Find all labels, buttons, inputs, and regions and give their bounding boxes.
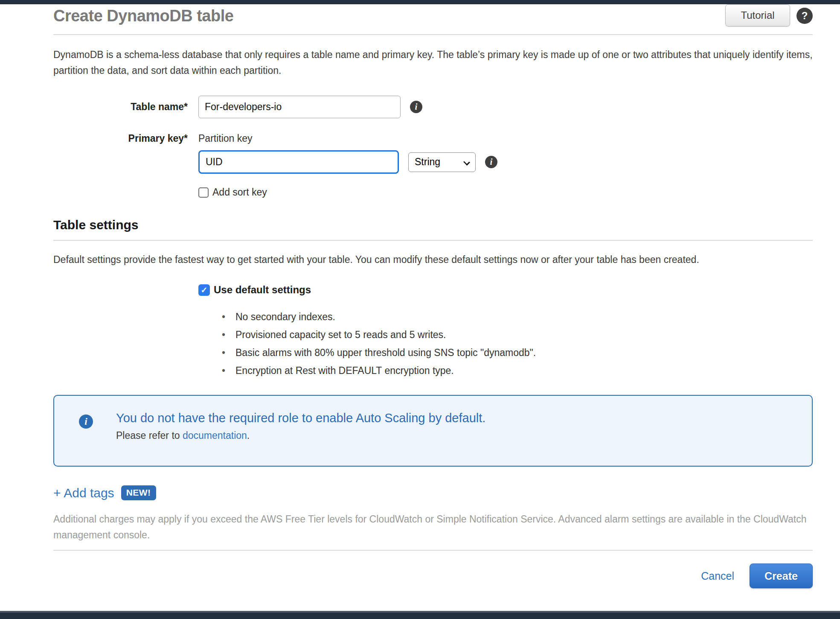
bottom-status-bar xyxy=(0,611,840,619)
create-table-form: Table name* i Primary key* Partition key… xyxy=(53,96,813,198)
section-divider xyxy=(53,240,813,241)
intro-description: DynamoDB is a schema-less database that … xyxy=(53,47,813,79)
bullet-item: Encryption at Rest with DEFAULT encrypti… xyxy=(222,362,813,380)
use-default-settings-checkbox[interactable]: ✓ xyxy=(198,284,210,296)
table-name-input[interactable] xyxy=(198,96,401,118)
add-sort-key-label: Add sort key xyxy=(212,187,267,198)
default-settings-bullet-list: No secondary indexes. Provisioned capaci… xyxy=(222,308,813,380)
primary-key-row: Primary key* Partition key xyxy=(53,133,813,144)
bullet-item: Provisioned capacity set to 5 reads and … xyxy=(222,326,813,344)
help-icon[interactable]: ? xyxy=(796,8,813,24)
bullet-item: No secondary indexes. xyxy=(222,308,813,326)
add-sort-key-row: Add sort key xyxy=(53,187,813,198)
new-badge: NEW! xyxy=(121,485,156,500)
bullet-item: Basic alarms with 80% upper threshold us… xyxy=(222,344,813,362)
table-settings-heading: Table settings xyxy=(53,218,813,232)
add-tags-link[interactable]: + Add tags xyxy=(53,486,114,500)
partition-key-input-row: String i xyxy=(53,150,813,174)
table-name-label: Table name* xyxy=(53,101,188,113)
add-sort-key-checkbox[interactable] xyxy=(198,187,209,198)
alert-subtext: Please refer to documentation. xyxy=(116,430,812,441)
alert-heading: You do not have the required role to ena… xyxy=(116,411,812,425)
partition-key-label: Partition key xyxy=(198,133,813,144)
top-navigation-bar xyxy=(0,0,840,4)
table-name-row: Table name* i xyxy=(53,96,813,118)
info-icon: i xyxy=(79,415,93,429)
tutorial-button[interactable]: Tutorial xyxy=(725,4,790,26)
charges-footnote: Additional charges may apply if you exce… xyxy=(53,511,813,543)
table-name-info-icon[interactable]: i xyxy=(410,101,422,113)
table-settings-description: Default settings provide the fastest way… xyxy=(53,252,813,268)
chevron-down-icon xyxy=(463,159,470,166)
partition-key-input[interactable] xyxy=(198,150,399,174)
use-default-settings-label: Use default settings xyxy=(214,284,311,296)
page-content: Create DynamoDB table Tutorial ? DynamoD… xyxy=(0,4,840,588)
page-header: Create DynamoDB table Tutorial ? xyxy=(53,4,813,35)
alert-subtext-prefix: Please refer to xyxy=(116,430,183,441)
key-type-selected-value: String xyxy=(415,156,440,168)
use-default-settings-row: ✓ Use default settings xyxy=(198,284,813,296)
key-type-select[interactable]: String xyxy=(408,152,476,172)
alert-subtext-suffix: . xyxy=(247,430,250,441)
page-title: Create DynamoDB table xyxy=(53,7,813,25)
create-button[interactable]: Create xyxy=(750,564,813,588)
primary-key-label: Primary key* xyxy=(53,133,188,144)
key-type-info-icon[interactable]: i xyxy=(485,156,497,168)
footer-divider xyxy=(53,550,813,551)
documentation-link[interactable]: documentation xyxy=(183,430,247,441)
auto-scaling-alert: i You do not have the required role to e… xyxy=(53,395,813,467)
form-actions: Cancel Create xyxy=(53,564,813,588)
add-tags-row: + Add tags NEW! xyxy=(53,485,813,500)
cancel-button[interactable]: Cancel xyxy=(701,570,734,582)
